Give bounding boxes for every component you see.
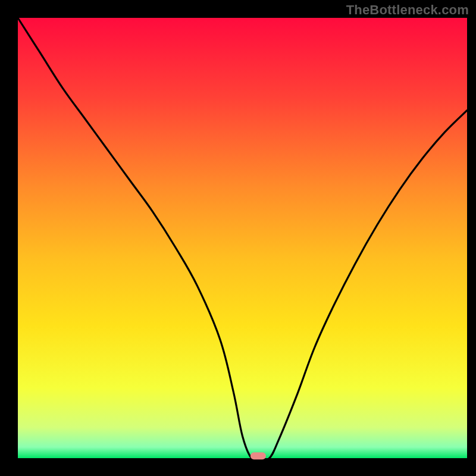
chart-frame: { "watermark": "TheBottleneck.com", "cha… <box>0 0 476 476</box>
watermark-text: TheBottleneck.com <box>346 2 469 18</box>
optimal-marker <box>250 452 266 459</box>
bottleneck-curve-chart <box>0 0 476 476</box>
plot-background <box>18 18 467 458</box>
